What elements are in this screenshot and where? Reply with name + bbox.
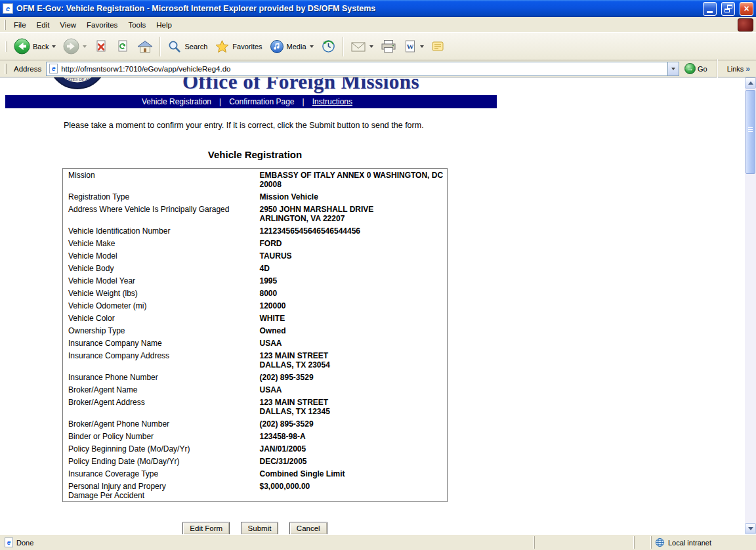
search-button[interactable]: Search: [164, 35, 211, 58]
close-button[interactable]: ×: [740, 2, 753, 16]
nav-item[interactable]: Vehicle Registration |: [142, 97, 221, 106]
field-value: FORD: [255, 237, 448, 249]
print-button[interactable]: [377, 35, 400, 58]
intro-text: Please take a moment to confirm your ent…: [64, 121, 744, 130]
edit-form-button[interactable]: Edit Form: [182, 522, 230, 534]
table-row: Policy Beginning Date (Mo/Day/Yr) JAN/01…: [63, 442, 448, 455]
back-icon: [14, 38, 30, 54]
discuss-button[interactable]: [428, 35, 448, 58]
field-label: Address Where Vehicle Is Principally Gar…: [63, 203, 255, 224]
field-value: (202) 895-3529: [255, 371, 448, 383]
refresh-icon: [116, 39, 130, 54]
field-value: USAA: [255, 383, 448, 396]
table-row: Vehicle Odometer (mi) 120000: [63, 299, 448, 312]
scroll-up-button[interactable]: [745, 77, 756, 89]
table-row: Address Where Vehicle Is Principally Gar…: [63, 203, 448, 224]
ie-logo-glyph: e: [52, 66, 56, 72]
restore-button[interactable]: [721, 2, 735, 16]
field-value: 8000: [255, 287, 448, 299]
nav-separator: |: [219, 97, 221, 106]
history-button[interactable]: [318, 35, 339, 58]
toolbar-separator: [343, 37, 344, 56]
links-button[interactable]: Links »: [723, 64, 754, 74]
field-value: JAN/01/2005: [255, 442, 448, 455]
field-value: Combined Single Limit: [255, 467, 448, 480]
table-row: Insurance Phone Number (202) 895-3529: [63, 371, 448, 383]
field-value: $3,000,000.00: [255, 480, 448, 502]
home-button[interactable]: [134, 35, 156, 58]
stop-icon: [94, 39, 108, 54]
chevron-down-icon: [671, 68, 675, 70]
discuss-icon: [431, 40, 445, 53]
title-bar[interactable]: e OFM E-Gov: Vehicle Registration - Micr…: [0, 0, 756, 17]
scroll-thumb[interactable]: [746, 90, 755, 174]
go-button[interactable]: → Go: [682, 62, 711, 75]
window-title: OFM E-Gov: Vehicle Registration - Micros…: [16, 4, 698, 13]
edit-with-word-button[interactable]: W: [400, 35, 427, 58]
menu-item[interactable]: Help: [151, 18, 177, 32]
menu-item[interactable]: View: [54, 18, 81, 32]
cancel-button[interactable]: Cancel: [289, 522, 327, 534]
field-label: Mission: [63, 169, 255, 191]
chevron-down-icon: [83, 45, 87, 48]
minimize-button[interactable]: [703, 2, 717, 16]
window-icon[interactable]: e: [3, 3, 13, 14]
forward-icon: [63, 38, 79, 54]
stop-button[interactable]: [91, 35, 112, 58]
media-button[interactable]: Media: [266, 35, 317, 58]
favorites-button[interactable]: Favorites: [211, 35, 265, 58]
address-input[interactable]: e http://ofmsntsorw1:7010/eGov/app/vehic…: [46, 62, 679, 76]
field-value: 123458-98-A: [255, 430, 448, 442]
table-row: Policy Ending Date (Mo/Day/Yr) DEC/31/20…: [63, 455, 448, 467]
page-heading: Vehicle Registration: [62, 149, 448, 160]
field-label: Policy Beginning Date (Mo/Day/Yr): [63, 442, 255, 455]
links-label: Links: [727, 65, 744, 73]
status-panel: e Done: [1, 536, 533, 549]
confirmation-table-body: Mission EMBASSY OF ITALY ANNEX 0 WASHING…: [63, 169, 448, 502]
chevron-down-icon: [369, 45, 373, 48]
menu-item[interactable]: File: [9, 18, 32, 32]
ie-logo-glyph: e: [7, 539, 11, 546]
form-actions: Edit Form Submit Cancel: [62, 522, 448, 534]
submit-button[interactable]: Submit: [241, 522, 279, 534]
field-value: EMBASSY OF ITALY ANNEX 0 WASHINGTON, DC …: [255, 169, 448, 191]
back-button[interactable]: Back: [10, 35, 59, 58]
word-page-icon: W: [404, 39, 417, 53]
scroll-down-button[interactable]: [745, 523, 756, 534]
table-row: Broker/Agent Address 123 MAIN STREET DAL…: [63, 396, 448, 417]
field-label: Vehicle Odometer (mi): [63, 299, 255, 312]
table-row: Vehicle Color WHITE: [63, 312, 448, 324]
nav-separator: |: [303, 97, 304, 106]
field-value: WHITE: [255, 312, 448, 324]
nav-item-label[interactable]: Vehicle Registration: [142, 97, 211, 106]
field-label: Broker/Agent Phone Number: [63, 417, 255, 430]
field-value: USAA: [255, 337, 448, 349]
nav-item[interactable]: Instructions: [312, 97, 360, 106]
refresh-button[interactable]: [112, 35, 133, 58]
svg-text:W: W: [406, 43, 413, 51]
menu-item[interactable]: Edit: [32, 18, 55, 32]
seal-text: STATES OF AM: [63, 77, 92, 81]
table-row: Broker/Agent Name USAA: [63, 383, 448, 396]
table-row: Binder or Policy Number 123458-98-A: [63, 430, 448, 442]
menu-item[interactable]: Favorites: [81, 18, 123, 32]
forward-button[interactable]: [60, 35, 90, 58]
browser-window: e OFM E-Gov: Vehicle Registration - Micr…: [0, 0, 756, 550]
nav-item-label[interactable]: Confirmation Page: [229, 97, 294, 106]
field-label: Insurance Company Name: [63, 337, 255, 349]
media-label: Media: [287, 43, 306, 51]
nav-item[interactable]: Confirmation Page |: [229, 97, 304, 106]
page-content: STATES OF AM Office of Foreign Missions …: [0, 77, 744, 534]
go-arrow-glyph: →: [686, 65, 694, 72]
favorites-label: Favorites: [232, 43, 262, 51]
vertical-scrollbar[interactable]: [745, 77, 756, 534]
menu-item[interactable]: Tools: [123, 18, 151, 32]
page-icon: e: [49, 64, 58, 74]
mail-button[interactable]: [347, 35, 377, 58]
field-value: Owned: [255, 324, 448, 337]
toolbar-grip: [5, 41, 7, 52]
field-label: Vehicle Body: [63, 262, 255, 274]
address-dropdown-button[interactable]: [667, 62, 679, 75]
zone-text: Local intranet: [668, 539, 711, 547]
nav-item-label[interactable]: Instructions: [312, 97, 352, 106]
